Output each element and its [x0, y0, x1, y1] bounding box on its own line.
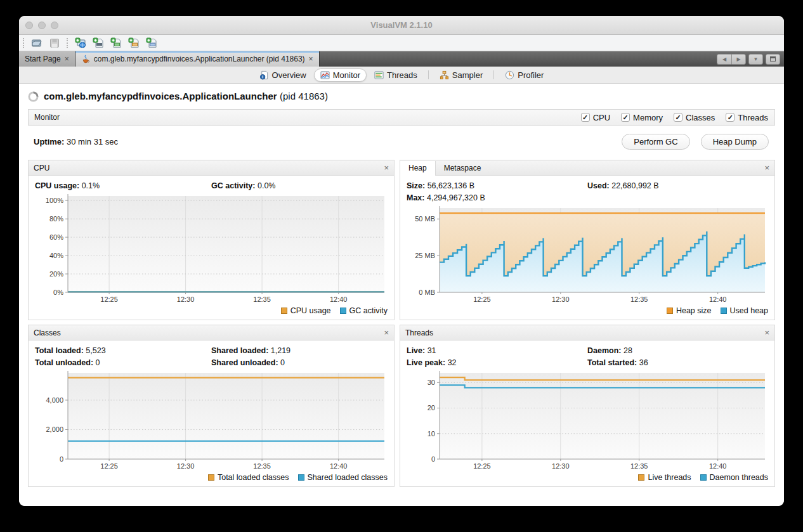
tab-close-icon[interactable]: ×	[65, 55, 69, 63]
close-cpu-panel-icon[interactable]: ×	[384, 163, 394, 172]
view-tab-bar: Overview Monitor Threads	[19, 67, 784, 84]
tab-profiler[interactable]: Profiler	[499, 68, 550, 82]
uptime-value: 30 min 31 sec	[67, 137, 118, 146]
application-pid: (pid 41863)	[280, 91, 328, 101]
legend-label: CPU usage	[291, 306, 331, 315]
add-heap-dump-icon	[128, 37, 140, 49]
heap-chart: 0 MB25 MB50 MB12:2512:3012:3512:40	[407, 204, 768, 305]
heap-dump-button[interactable]: Heap Dump	[701, 134, 769, 150]
threads-panel-title: Threads	[400, 328, 433, 337]
tab-close-icon[interactable]: ×	[309, 55, 313, 63]
close-window-icon[interactable]	[25, 22, 33, 29]
svg-text:2,000: 2,000	[46, 425, 63, 433]
stat-value: 31	[428, 346, 436, 355]
save-button[interactable]	[48, 37, 62, 49]
cpu-panel-title: CPU	[29, 164, 49, 172]
stat-label: Shared unloaded:	[211, 358, 278, 367]
checkbox-checked-icon: ✓	[581, 113, 590, 122]
svg-text:25 MB: 25 MB	[415, 252, 435, 259]
tab-list-dropdown-button[interactable]: ▼	[748, 54, 763, 65]
heap-size-swatch	[667, 308, 673, 314]
svg-text:12:35: 12:35	[253, 462, 271, 470]
open-file-button[interactable]	[30, 37, 44, 49]
minimize-window-icon[interactable]	[38, 22, 46, 29]
cpu-chart: 0%20%40%60%80%100%12:2512:3012:3512:40	[35, 192, 388, 305]
close-classes-panel-icon[interactable]: ×	[384, 328, 394, 337]
svg-text:80%: 80%	[49, 215, 63, 223]
svg-text:12:40: 12:40	[330, 295, 348, 303]
tab-monitor[interactable]: Monitor	[314, 68, 367, 82]
tab-metaspace[interactable]: Metaspace	[436, 160, 490, 175]
window-title: VisualVM 2.1.10	[19, 20, 784, 30]
application-header: com.gleb.myfancypdfinvoices.ApplicationL…	[28, 91, 775, 102]
threads-icon	[374, 70, 384, 80]
svg-text:4,000: 4,000	[46, 396, 63, 404]
toolbar-separator	[67, 38, 69, 48]
tab-threads[interactable]: Threads	[368, 68, 424, 82]
add-snapshot-button[interactable]	[145, 37, 159, 49]
scroll-tabs-right-button[interactable]: ▶	[731, 54, 746, 65]
checkbox-memory[interactable]: ✓ Memory	[621, 113, 663, 122]
threads-chart: 010203012:2512:3012:3512:40	[407, 369, 768, 472]
legend-label: Shared loaded classes	[308, 473, 388, 482]
threads-stats: Live: 31 Daemon: 28 Live peak: 32 Total …	[407, 345, 768, 369]
svg-text:0: 0	[431, 455, 435, 463]
stat-value: 32	[448, 358, 457, 367]
checkbox-label: Classes	[686, 113, 715, 122]
scroll-tabs-left-button[interactable]: ◀	[717, 54, 731, 65]
classes-stats: Total loaded: 5,523 Shared loaded: 1,219…	[35, 345, 388, 369]
checkbox-threads[interactable]: ✓ Threads	[726, 113, 768, 122]
daemon-threads-swatch	[700, 474, 707, 481]
perform-gc-button[interactable]: Perform GC	[622, 134, 689, 150]
checkbox-label: Threads	[738, 113, 768, 122]
add-vm-coredump-button[interactable]	[109, 37, 123, 49]
stat-value: 56,623,136 B	[428, 181, 474, 190]
stat-value: 0.0%	[258, 181, 276, 190]
svg-text:12:30: 12:30	[177, 462, 195, 470]
svg-text:40%: 40%	[49, 252, 63, 259]
threads-panel-header: Threads ×	[400, 325, 774, 341]
zoom-window-icon[interactable]	[51, 22, 58, 29]
tab-application[interactable]: com.gleb.myfancypdfinvoices.ApplicationL…	[75, 51, 320, 67]
close-heap-panel-icon[interactable]: ×	[764, 163, 774, 172]
tab-overview[interactable]: Overview	[253, 68, 313, 82]
classes-panel-title: Classes	[29, 328, 61, 337]
application-spinner-icon	[28, 91, 39, 102]
stat-label: Live peak:	[407, 358, 445, 367]
svg-text:0%: 0%	[53, 289, 63, 296]
svg-text:12:35: 12:35	[630, 462, 648, 470]
stat-label: Live:	[407, 346, 425, 355]
stat-value: 0	[96, 358, 100, 367]
classes-chart-legend: Total loaded classes Shared loaded class…	[35, 472, 388, 483]
add-heap-dump-button[interactable]	[127, 37, 141, 49]
profiler-icon	[505, 70, 514, 80]
svg-text:12:40: 12:40	[709, 462, 727, 470]
shared-loaded-swatch	[298, 474, 304, 481]
overview-icon	[259, 70, 269, 80]
checkbox-cpu[interactable]: ✓ CPU	[581, 113, 610, 122]
add-jmx-connection-button[interactable]	[91, 37, 105, 49]
stat-label: Total unloaded:	[35, 358, 93, 367]
view-tab-label: Profiler	[518, 70, 544, 80]
svg-text:20%: 20%	[49, 270, 63, 278]
close-threads-panel-icon[interactable]: ×	[764, 328, 774, 337]
heap-stats: Size: 56,623,136 B Used: 22,680,992 B Ma…	[407, 180, 768, 204]
tab-start-page[interactable]: Start Page ×	[19, 51, 75, 67]
cpu-panel-header: CPU ×	[29, 160, 394, 176]
legend-label: Used heap	[730, 306, 768, 315]
checkbox-classes[interactable]: ✓ Classes	[674, 113, 715, 122]
svg-text:100%: 100%	[46, 197, 63, 204]
maximize-icon	[770, 56, 776, 62]
checkbox-checked-icon: ✓	[674, 113, 682, 122]
main-toolbar	[19, 35, 784, 51]
application-title: com.gleb.myfancypdfinvoices.ApplicationL…	[44, 91, 277, 101]
add-remote-host-button[interactable]	[74, 37, 88, 49]
java-application-icon	[81, 55, 90, 63]
tab-heap[interactable]: Heap	[400, 161, 436, 176]
checkbox-checked-icon: ✓	[621, 113, 630, 122]
svg-text:12:30: 12:30	[552, 462, 570, 470]
tab-sampler[interactable]: Sampler	[433, 68, 489, 82]
svg-text:30: 30	[428, 379, 435, 386]
maximize-view-button[interactable]	[766, 54, 780, 65]
svg-text:12:25: 12:25	[100, 462, 118, 470]
